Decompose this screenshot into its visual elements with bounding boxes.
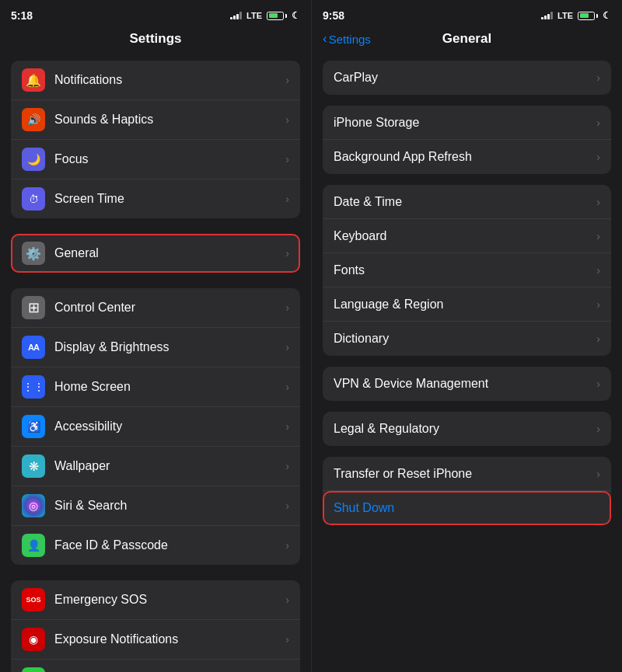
chevron-sounds: › — [285, 113, 289, 126]
left-panel: 5:18 LTE ☾ Settings 🔔 Notifications › — [0, 0, 311, 672]
sos-icon: SOS — [22, 588, 45, 611]
screen-time-label: Screen Time — [54, 192, 285, 206]
chevron-legal: › — [596, 423, 600, 435]
date-time-label: Date & Time — [334, 195, 596, 209]
back-button[interactable]: ‹ Settings — [323, 31, 371, 47]
control-center-label: Control Center — [54, 301, 285, 315]
settings-item-sounds[interactable]: 🔊 Sounds & Haptics › — [11, 100, 300, 140]
chevron-cc: › — [285, 301, 289, 314]
vpn-label: VPN & Device Management — [334, 377, 596, 391]
notifications-icon: 🔔 — [22, 68, 45, 92]
settings-item-shutdown[interactable]: Shut Down — [323, 491, 611, 525]
chevron-notifications: › — [285, 74, 289, 86]
transfer-label: Transfer or Reset iPhone — [334, 467, 596, 481]
chevron-keyboard: › — [596, 230, 600, 242]
control-center-icon: ⊞ — [22, 296, 45, 319]
chevron-screen-time: › — [285, 193, 289, 205]
chevron-fonts: › — [596, 264, 600, 277]
settings-item-fonts[interactable]: Fonts › — [323, 253, 611, 287]
right-panel: 9:58 LTE ☾ ‹ Settings General CarPlay › — [311, 0, 622, 672]
settings-item-siri[interactable]: ◎ Siri & Search › — [11, 486, 300, 526]
status-icons-left: LTE ☾ — [230, 10, 300, 21]
focus-icon: 🌙 — [22, 148, 45, 171]
general-icon: ⚙️ — [22, 242, 45, 265]
face-id-label: Face ID & Passcode — [54, 538, 285, 552]
sounds-label: Sounds & Haptics — [54, 113, 285, 127]
settings-item-language[interactable]: Language & Region › — [323, 287, 611, 322]
settings-item-dictionary[interactable]: Dictionary › — [323, 322, 611, 356]
general-page-title: General — [442, 31, 491, 47]
shutdown-label: Shut Down — [334, 501, 600, 515]
settings-item-exposure[interactable]: ◉ Exposure Notifications › — [11, 620, 300, 660]
group-general: ⚙️ General › — [11, 234, 300, 273]
settings-item-iphone-storage[interactable]: iPhone Storage › — [323, 106, 611, 140]
chevron-transfer: › — [596, 468, 600, 480]
settings-item-notifications[interactable]: 🔔 Notifications › — [11, 61, 300, 100]
chevron-background-refresh: › — [596, 151, 600, 163]
time-right: 9:58 — [323, 9, 344, 22]
chevron-vpn: › — [596, 378, 600, 390]
siri-label: Siri & Search — [54, 499, 285, 513]
accessibility-icon: ♿ — [22, 415, 45, 438]
settings-item-screen-time[interactable]: ⏱ Screen Time › — [11, 179, 300, 218]
status-icons-right: LTE ☾ — [541, 10, 611, 21]
background-refresh-label: Background App Refresh — [334, 150, 596, 164]
settings-item-wallpaper[interactable]: ❋ Wallpaper › — [11, 447, 300, 486]
dictionary-label: Dictionary — [334, 332, 596, 346]
notifications-label: Notifications — [54, 73, 285, 87]
settings-item-legal[interactable]: Legal & Regulatory › — [323, 412, 611, 446]
language-label: Language & Region — [334, 298, 596, 312]
iphone-storage-label: iPhone Storage — [334, 116, 596, 130]
exposure-icon: ◉ — [22, 628, 45, 651]
settings-item-accessibility[interactable]: ♿ Accessibility › — [11, 407, 300, 447]
nav-header-right: ‹ Settings General — [312, 28, 622, 53]
settings-item-control-center[interactable]: ⊞ Control Center › — [11, 288, 300, 328]
settings-item-focus[interactable]: 🌙 Focus › — [11, 140, 300, 179]
settings-item-face-id[interactable]: 👤 Face ID & Passcode › — [11, 526, 300, 565]
group-display: ⊞ Control Center › AA Display & Brightne… — [11, 288, 300, 565]
group-storage: iPhone Storage › Background App Refresh … — [323, 106, 611, 174]
status-bar-left: 5:18 LTE ☾ — [0, 0, 311, 28]
settings-item-carplay[interactable]: CarPlay › — [323, 61, 611, 95]
lte-label-right: LTE — [557, 11, 573, 20]
focus-label: Focus — [54, 152, 285, 166]
nav-header-left: Settings — [0, 28, 311, 53]
settings-item-display[interactable]: AA Display & Brightness › — [11, 328, 300, 367]
settings-item-home-screen[interactable]: ⋮⋮ Home Screen › — [11, 367, 300, 407]
signal-icon — [230, 12, 242, 19]
group-notifications: 🔔 Notifications › 🔊 Sounds & Haptics › 🌙… — [11, 61, 300, 218]
exposure-label: Exposure Notifications — [54, 632, 285, 646]
home-screen-icon: ⋮⋮ — [22, 375, 45, 399]
settings-item-vpn[interactable]: VPN & Device Management › — [323, 367, 611, 401]
screen-time-icon: ⏱ — [22, 187, 45, 211]
wallpaper-label: Wallpaper — [54, 459, 285, 473]
battery-icon-right — [578, 12, 598, 20]
chevron-wallpaper: › — [285, 460, 289, 472]
general-label: General — [54, 246, 285, 260]
group-regional: Date & Time › Keyboard › Fonts › Languag… — [323, 185, 611, 356]
settings-item-date-time[interactable]: Date & Time › — [323, 185, 611, 219]
settings-item-battery[interactable]: ⚡ Battery › — [11, 660, 300, 672]
back-label: Settings — [329, 33, 371, 46]
settings-title: Settings — [129, 31, 181, 46]
chevron-accessibility: › — [285, 420, 289, 433]
fonts-label: Fonts — [334, 263, 596, 277]
settings-item-background-refresh[interactable]: Background App Refresh › — [323, 140, 611, 174]
settings-item-keyboard[interactable]: Keyboard › — [323, 219, 611, 253]
chevron-dictionary: › — [596, 333, 600, 345]
settings-item-transfer[interactable]: Transfer or Reset iPhone › — [323, 457, 611, 491]
chevron-exposure: › — [285, 633, 289, 646]
group-carplay: CarPlay › — [323, 61, 611, 95]
sounds-icon: 🔊 — [22, 108, 45, 131]
battery-icon: ⚡ — [22, 667, 45, 672]
carplay-label: CarPlay — [334, 71, 596, 85]
keyboard-label: Keyboard — [334, 229, 596, 243]
chevron-face-id: › — [285, 539, 289, 552]
display-label: Display & Brightness — [54, 340, 285, 354]
settings-item-general[interactable]: ⚙️ General › — [11, 234, 300, 273]
general-settings-list: CarPlay › iPhone Storage › Background Ap… — [312, 53, 622, 672]
chevron-display: › — [285, 341, 289, 353]
settings-item-sos[interactable]: SOS Emergency SOS › — [11, 580, 300, 620]
home-screen-label: Home Screen — [54, 380, 285, 394]
settings-list: 🔔 Notifications › 🔊 Sounds & Haptics › 🌙… — [0, 53, 311, 672]
